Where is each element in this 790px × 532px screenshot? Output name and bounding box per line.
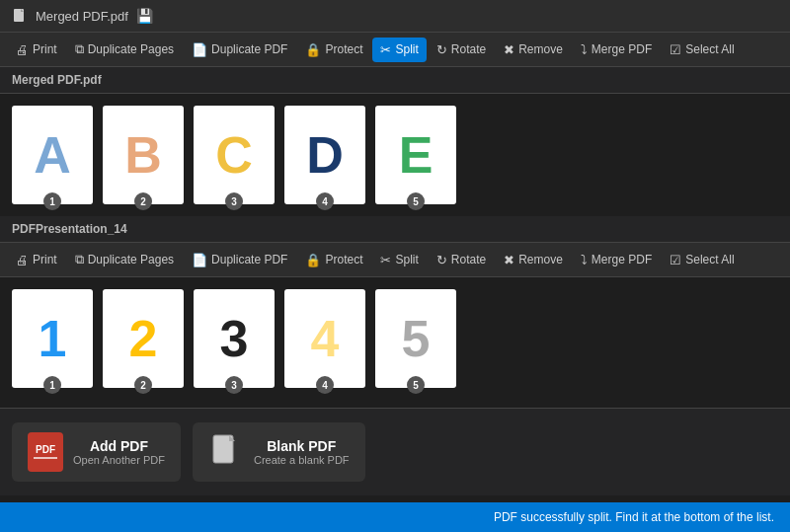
title-filename: Merged PDF.pdf — [36, 9, 128, 24]
protect-label: Protect — [325, 42, 362, 56]
split-label: Split — [395, 42, 418, 56]
page-digit: 2 — [129, 313, 158, 364]
section-presentation: PDFPresentation_14 🖨Print⧉Duplicate Page… — [0, 216, 790, 400]
select-all-icon: ☑ — [670, 253, 681, 267]
section2-header: PDFPresentation_14 — [0, 216, 790, 243]
merge-pdf2-button[interactable]: ⤵Merge PDF — [573, 248, 660, 272]
protect-button[interactable]: 🔒Protect — [297, 38, 370, 62]
page-card[interactable]: 55 — [375, 289, 456, 388]
page-number: 1 — [43, 192, 61, 210]
merge-pdf-label: Merge PDF — [592, 42, 652, 56]
rotate2-button[interactable]: ↻Rotate — [429, 248, 494, 272]
page-digit: 5 — [402, 313, 431, 364]
page-letter: D — [306, 129, 344, 181]
toolbar-2: 🖨Print⧉Duplicate Pages📄Duplicate PDF🔒Pro… — [0, 243, 790, 277]
duplicate-pdf-label: Duplicate PDF — [211, 42, 287, 56]
split2-button[interactable]: ✂Split — [372, 248, 426, 272]
page-card[interactable]: 33 — [194, 289, 275, 388]
duplicate-pdf-icon: 📄 — [192, 253, 207, 267]
page-card[interactable]: 22 — [103, 289, 184, 388]
rotate-label: Rotate — [451, 42, 486, 56]
page-number: 3 — [225, 192, 243, 210]
page-card[interactable]: E5 — [375, 106, 456, 204]
rotate-button[interactable]: ↻Rotate — [429, 38, 494, 62]
page-card[interactable]: D4 — [284, 106, 365, 204]
toolbar-1: 🖨Print⧉Duplicate Pages📄Duplicate PDF🔒Pro… — [0, 33, 790, 67]
section-merged-pdf: 🖨Print⧉Duplicate Pages📄Duplicate PDF🔒Pro… — [0, 33, 790, 216]
remove2-label: Remove — [518, 253, 563, 266]
remove-icon: ✖ — [504, 42, 514, 57]
remove2-button[interactable]: ✖Remove — [496, 248, 571, 272]
split2-label: Split — [395, 253, 418, 266]
remove-label: Remove — [518, 42, 563, 56]
add-pdf-text: Add PDF Open Another PDF — [73, 438, 165, 466]
page-number: 5 — [407, 192, 425, 210]
save-icon[interactable]: 💾 — [136, 8, 153, 24]
page-card[interactable]: A1 — [12, 106, 93, 204]
protect-icon: 🔒 — [305, 253, 321, 267]
print-icon: 🖨 — [16, 253, 29, 267]
title-bar: Merged PDF.pdf 💾 — [0, 0, 790, 33]
page-digit: 3 — [220, 313, 249, 364]
duplicate-pdf-icon: 📄 — [192, 42, 207, 57]
status-bar: PDF successfully split. Find it at the b… — [0, 502, 790, 532]
split-button[interactable]: ✂Split — [372, 38, 426, 62]
select-all-button[interactable]: ☑Select All — [662, 38, 742, 62]
merge-pdf-icon: ⤵ — [581, 253, 588, 267]
duplicate-pages-button[interactable]: ⧉Duplicate Pages — [67, 37, 182, 62]
protect-icon: 🔒 — [305, 42, 321, 57]
select-all-icon: ☑ — [670, 42, 681, 57]
page-digit: 1 — [39, 313, 67, 364]
remove-icon: ✖ — [504, 253, 514, 267]
print-button[interactable]: 🖨Print — [8, 38, 65, 62]
remove-button[interactable]: ✖Remove — [496, 38, 571, 62]
merge-pdf2-label: Merge PDF — [592, 253, 652, 266]
blank-pdf-button[interactable]: Blank PDF Create a blank PDF — [193, 422, 365, 482]
page-card[interactable]: 44 — [284, 289, 365, 388]
rotate2-label: Rotate — [451, 253, 486, 266]
merge-pdf-button[interactable]: ⤵Merge PDF — [573, 38, 660, 62]
page-digit: 4 — [311, 313, 340, 364]
select-all2-button[interactable]: ☑Select All — [662, 248, 742, 272]
page-card[interactable]: B2 — [103, 106, 184, 204]
split-icon: ✂ — [380, 42, 391, 57]
page-number: 2 — [134, 376, 152, 394]
pages-area-2: 1122334455 — [0, 277, 790, 400]
print2-label: Print — [33, 253, 57, 266]
select-all2-label: Select All — [685, 253, 734, 266]
page-letter: A — [34, 129, 71, 181]
add-pdf-icon: PDF — [28, 432, 63, 472]
add-area: PDF Add PDF Open Another PDF Blank PDF C… — [0, 408, 790, 495]
page-card[interactable]: 11 — [12, 289, 93, 388]
rotate-icon: ↻ — [436, 42, 447, 57]
section1-header: Merged PDF.pdf — [0, 67, 790, 94]
blank-pdf-text: Blank PDF Create a blank PDF — [254, 438, 350, 466]
page-letter: C — [215, 129, 253, 181]
duplicate-pdf2-button[interactable]: 📄Duplicate PDF — [184, 248, 295, 272]
protect2-button[interactable]: 🔒Protect — [297, 248, 370, 272]
page-letter: B — [124, 129, 162, 181]
duplicate-pages2-button[interactable]: ⧉Duplicate Pages — [67, 247, 182, 272]
duplicate-pages-icon: ⧉ — [75, 252, 84, 267]
add-pdf-button[interactable]: PDF Add PDF Open Another PDF — [12, 422, 181, 482]
page-number: 5 — [407, 376, 425, 394]
pages-area-1: A1B2C3D4E5 — [0, 94, 790, 216]
page-number: 1 — [43, 376, 61, 394]
page-number: 4 — [316, 376, 334, 394]
merge-pdf-icon: ⤵ — [581, 42, 588, 57]
print2-button[interactable]: 🖨Print — [8, 248, 65, 272]
duplicate-pdf2-label: Duplicate PDF — [211, 253, 287, 266]
print-icon: 🖨 — [16, 42, 29, 57]
rotate-icon: ↻ — [436, 253, 447, 267]
page-letter: E — [399, 129, 434, 181]
print-label: Print — [33, 42, 57, 56]
duplicate-pages-icon: ⧉ — [75, 41, 84, 57]
split-icon: ✂ — [380, 253, 391, 267]
page-card[interactable]: C3 — [194, 106, 275, 204]
duplicate-pages2-label: Duplicate Pages — [88, 253, 174, 266]
duplicate-pages-label: Duplicate Pages — [88, 42, 174, 56]
protect2-label: Protect — [325, 253, 362, 266]
duplicate-pdf-button[interactable]: 📄Duplicate PDF — [184, 38, 295, 62]
page-number: 4 — [316, 192, 334, 210]
blank-pdf-icon — [208, 432, 244, 472]
